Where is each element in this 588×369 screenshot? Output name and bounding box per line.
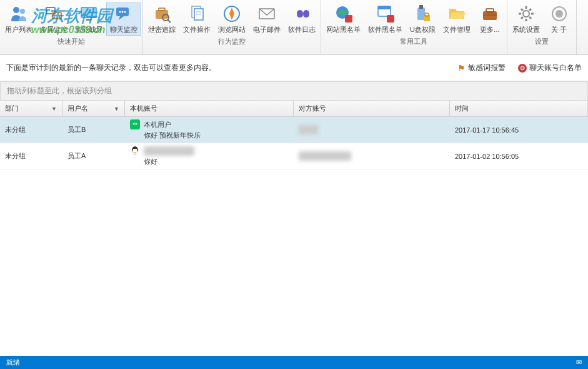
svg-point-47 <box>133 149 134 150</box>
window-block-icon <box>376 4 396 24</box>
user-list-button[interactable]: 用户列表 <box>1 3 36 36</box>
multi-screen-button[interactable]: 多屏监控 <box>36 3 71 36</box>
ribbon-group-quickstart: 用户列表 多屏监控 智能截屏 聊天监控 快速开始 <box>0 0 143 54</box>
sort-desc-icon: ▼ <box>114 106 119 112</box>
svg-point-7 <box>119 11 121 13</box>
svg-rect-24 <box>387 15 394 23</box>
documents-icon <box>187 4 207 24</box>
statusbar: 就绪 ✉ <box>0 356 588 369</box>
svg-point-1 <box>20 9 25 14</box>
globe-block-icon <box>334 4 354 24</box>
svg-point-44 <box>136 123 137 125</box>
status-text: 就绪 <box>6 358 20 367</box>
users-icon <box>9 4 29 24</box>
svg-point-9 <box>124 11 126 13</box>
monitors-icon <box>44 4 64 24</box>
ribbon-group-tools: 网站黑名单 软件黑名单 U盘权限 文件管理 更多... 常用工具 <box>321 0 507 54</box>
envelope-icon <box>257 4 277 24</box>
cell-local: 孙██<2████> 你好 <box>125 143 294 169</box>
usb-permission-button[interactable]: U盘权限 <box>406 3 439 36</box>
svg-line-40 <box>529 9 531 11</box>
group-label-behavior: 行为监控 <box>144 37 319 46</box>
svg-point-8 <box>122 11 124 13</box>
group-by-bar[interactable]: 拖动列标题至此，根据该列分组 <box>0 81 588 101</box>
email-button[interactable]: 电子邮件 <box>249 3 284 36</box>
cell-local: 本机用户 你好 预祝新年快乐 <box>125 117 294 143</box>
cell-peer: 刘██ <box>294 117 450 143</box>
svg-line-39 <box>521 17 523 19</box>
svg-point-42 <box>556 10 563 18</box>
group-label-quickstart: 快速开始 <box>1 37 141 46</box>
svg-point-49 <box>134 152 136 153</box>
info-text: 下面是审计到的最新的一条聊天记录，双击可以查看更多内容。 <box>6 63 216 73</box>
info-bar: 下面是审计到的最新的一条聊天记录，双击可以查看更多内容。 ⚑ 敏感词报警 ⊖ 聊… <box>0 55 588 81</box>
svg-rect-30 <box>486 9 494 12</box>
svg-line-13 <box>168 20 171 23</box>
column-dept[interactable]: 部门 ▼ <box>0 101 62 116</box>
svg-point-0 <box>13 7 19 13</box>
compass-icon <box>222 4 242 24</box>
chat-account-whitelist-link[interactable]: ⊖ 聊天账号白名单 <box>518 63 582 73</box>
web-blacklist-button[interactable]: 网站黑名单 <box>322 3 364 36</box>
circle-minus-icon: ⊖ <box>518 64 527 73</box>
svg-point-43 <box>133 123 135 125</box>
svg-rect-11 <box>159 8 165 11</box>
ribbon-toolbar: 用户列表 多屏监控 智能截屏 聊天监控 快速开始 泄密追踪 <box>0 0 588 55</box>
infinity-icon <box>292 4 312 24</box>
table-row[interactable]: 未分组 员工B 本机用户 你好 预祝新年快乐 刘██ 2017-01-17 10… <box>0 117 588 143</box>
flag-icon: ⚑ <box>457 63 466 73</box>
system-settings-button[interactable]: 系统设置 <box>509 3 544 36</box>
monitor-icon <box>79 4 99 24</box>
chat-icon <box>114 4 134 24</box>
info-gear-icon <box>549 4 569 24</box>
column-time[interactable]: 时间 <box>450 101 588 116</box>
file-mgmt-button[interactable]: 文件管理 <box>439 3 474 36</box>
column-user[interactable]: 用户名 ▼ <box>62 101 125 116</box>
svg-line-37 <box>521 9 523 11</box>
svg-rect-4 <box>81 8 96 18</box>
folder-icon <box>447 4 467 24</box>
software-log-button[interactable]: 软件日志 <box>284 3 319 36</box>
cell-time: 2017-01-02 10:56:05 <box>450 143 588 169</box>
grid-header: 部门 ▼ 用户名 ▼ 本机账号 对方账号 时间 <box>0 101 588 117</box>
cell-peer: ██-李<2████> <box>294 143 450 169</box>
chat-monitor-button[interactable]: 聊天监控 <box>106 3 141 36</box>
cell-time: 2017-01-17 10:56:45 <box>450 117 588 143</box>
cell-dept: 未分组 <box>0 143 62 169</box>
about-button[interactable]: 关 于 <box>544 3 575 36</box>
svg-rect-21 <box>345 15 352 23</box>
svg-rect-29 <box>483 11 497 20</box>
file-ops-button[interactable]: 文件操作 <box>179 3 214 36</box>
svg-point-48 <box>136 149 137 150</box>
svg-rect-26 <box>419 5 423 9</box>
gear-icon <box>516 4 536 24</box>
more-button[interactable]: 更多... <box>474 3 506 36</box>
svg-rect-23 <box>378 6 391 9</box>
mail-icon[interactable]: ✉ <box>576 358 582 366</box>
svg-rect-5 <box>86 19 91 21</box>
ribbon-group-settings: 系统设置 关 于 设置 <box>507 0 577 54</box>
ribbon-group-behavior: 泄密追踪 文件操作 浏览网站 电子邮件 软件日志 行为监控 <box>143 0 321 54</box>
cell-user: 员工B <box>62 117 125 143</box>
sensitive-word-alert-link[interactable]: ⚑ 敏感词报警 <box>457 63 506 73</box>
svg-line-38 <box>529 17 531 19</box>
smart-screenshot-button[interactable]: 智能截屏 <box>71 3 106 36</box>
wechat-icon <box>130 119 140 129</box>
qq-icon <box>130 146 140 156</box>
sort-desc-icon: ▼ <box>51 106 57 112</box>
usb-lock-icon <box>412 4 432 24</box>
cell-dept: 未分组 <box>0 117 62 143</box>
column-peer-account[interactable]: 对方账号 <box>294 101 450 116</box>
browse-web-button[interactable]: 浏览网站 <box>214 3 249 36</box>
leak-trace-button[interactable]: 泄密追踪 <box>144 3 179 36</box>
toolbox-icon <box>480 4 500 24</box>
group-label-settings: 设置 <box>509 37 575 46</box>
cell-user: 员工A <box>62 143 125 169</box>
table-row[interactable]: 未分组 员工A 孙██<2████> 你好 ██-李<2████> 2017-0… <box>0 143 588 169</box>
svg-point-32 <box>523 11 529 17</box>
briefcase-search-icon <box>152 4 172 24</box>
software-blacklist-button[interactable]: 软件黑名单 <box>364 3 406 36</box>
group-label-tools: 常用工具 <box>322 37 506 46</box>
svg-rect-28 <box>425 13 429 16</box>
column-local-account[interactable]: 本机账号 <box>125 101 294 116</box>
